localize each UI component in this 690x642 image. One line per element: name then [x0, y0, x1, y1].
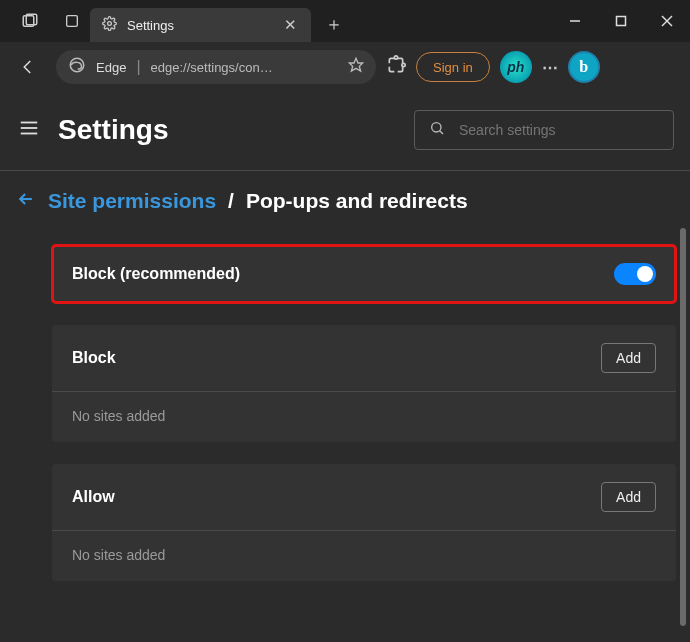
browser-tab[interactable]: Settings ✕	[90, 8, 311, 42]
search-input[interactable]	[459, 122, 659, 138]
search-icon	[429, 120, 445, 140]
block-empty-text: No sites added	[72, 392, 656, 424]
svg-line-16	[440, 131, 443, 134]
breadcrumb-back-icon[interactable]	[16, 189, 36, 213]
svg-point-10	[394, 56, 397, 59]
url-separator: |	[136, 58, 140, 76]
svg-rect-5	[617, 17, 626, 26]
block-toggle-card: Block (recommended)	[52, 245, 676, 303]
toggle-knob	[637, 266, 653, 282]
block-toggle-label: Block (recommended)	[72, 265, 240, 283]
block-list-card: Block Add No sites added	[52, 325, 676, 442]
hamburger-icon[interactable]	[18, 117, 40, 143]
svg-marker-9	[349, 58, 362, 71]
url-field[interactable]: Edge | edge://settings/con…	[56, 50, 376, 84]
url-text: edge://settings/con…	[151, 60, 338, 75]
allow-add-button[interactable]: Add	[601, 482, 656, 512]
address-bar: Edge | edge://settings/con… Sign in ph ⋯…	[0, 42, 690, 92]
window-controls	[552, 0, 690, 42]
svg-point-15	[432, 123, 441, 132]
edge-logo-icon	[68, 56, 86, 78]
breadcrumb: Site permissions / Pop-ups and redirects	[0, 171, 690, 213]
close-tab-icon[interactable]: ✕	[284, 16, 297, 34]
tab-title: Settings	[127, 18, 174, 33]
breadcrumb-parent-link[interactable]: Site permissions	[48, 189, 216, 213]
breadcrumb-current: Pop-ups and redirects	[246, 189, 468, 213]
block-add-button[interactable]: Add	[601, 343, 656, 373]
allow-section-title: Allow	[72, 488, 115, 506]
search-settings-box[interactable]	[414, 110, 674, 150]
allow-list-card: Allow Add No sites added	[52, 464, 676, 581]
more-menu-icon[interactable]: ⋯	[542, 58, 558, 77]
block-toggle-switch[interactable]	[614, 263, 656, 285]
sign-in-label: Sign in	[433, 60, 473, 75]
svg-point-3	[108, 21, 112, 25]
minimize-button[interactable]	[552, 0, 598, 42]
breadcrumb-separator: /	[228, 189, 234, 213]
allow-empty-text: No sites added	[72, 531, 656, 563]
add-label: Add	[616, 350, 641, 366]
gear-icon	[102, 16, 117, 35]
bing-chat-icon[interactable]: b	[568, 51, 600, 83]
svg-point-11	[402, 63, 405, 66]
window-titlebar: Settings ✕ ＋	[0, 0, 690, 42]
nav-back-button[interactable]	[10, 49, 46, 85]
settings-header: Settings	[0, 92, 690, 166]
product-label: Edge	[96, 60, 126, 75]
settings-content: Block (recommended) Block Add No sites a…	[0, 213, 690, 581]
add-label: Add	[616, 489, 641, 505]
profile-avatar[interactable]: ph	[500, 51, 532, 83]
svg-rect-2	[67, 16, 78, 27]
workspaces-icon[interactable]	[58, 7, 86, 35]
page-title: Settings	[58, 114, 168, 146]
tab-actions-icon[interactable]	[16, 7, 44, 35]
favorite-icon[interactable]	[348, 57, 364, 77]
sign-in-button[interactable]: Sign in	[416, 52, 490, 82]
block-section-title: Block	[72, 349, 116, 367]
maximize-button[interactable]	[598, 0, 644, 42]
extensions-icon[interactable]	[386, 55, 406, 79]
new-tab-button[interactable]: ＋	[325, 12, 343, 36]
close-window-button[interactable]	[644, 0, 690, 42]
scrollbar[interactable]	[680, 228, 686, 626]
